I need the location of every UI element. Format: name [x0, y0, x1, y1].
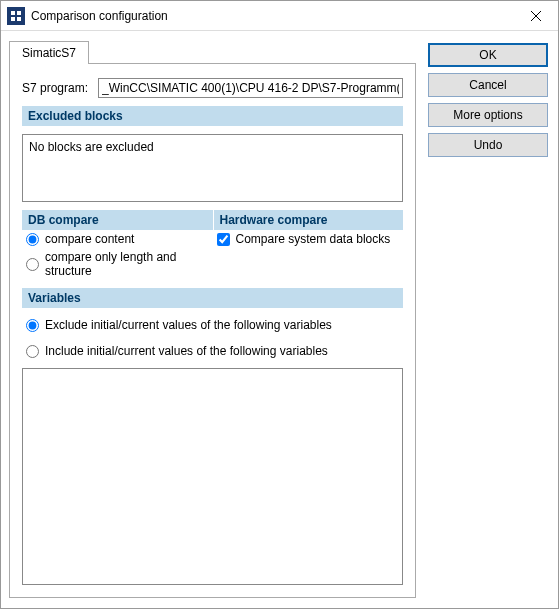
tabstrip: SimaticS7 [9, 41, 416, 63]
section-excluded-blocks: Excluded blocks [22, 106, 403, 126]
left-pane: SimaticS7 S7 program: Excluded blocks No… [9, 41, 416, 598]
cancel-button[interactable]: Cancel [428, 73, 548, 97]
svg-rect-0 [11, 11, 15, 15]
db-compare-col: DB compare compare content compare only … [22, 210, 213, 280]
radio-vars-include[interactable]: Include initial/current values of the fo… [22, 342, 403, 360]
checkbox-sysdata[interactable]: Compare system data blocks [213, 230, 404, 248]
section-db-compare: DB compare [22, 210, 213, 230]
window-title: Comparison configuration [31, 9, 513, 23]
undo-button[interactable]: Undo [428, 133, 548, 157]
close-button[interactable] [513, 1, 558, 30]
s7-program-input[interactable] [98, 78, 403, 98]
svg-rect-1 [17, 11, 21, 15]
section-variables: Variables [22, 288, 403, 308]
radio-vars-exclude-label: Exclude initial/current values of the fo… [45, 318, 332, 332]
excluded-blocks-text: No blocks are excluded [29, 140, 154, 154]
radio-compare-content-label: compare content [45, 232, 134, 246]
radio-vars-exclude-input[interactable] [26, 319, 39, 332]
s7-program-row: S7 program: [22, 78, 403, 98]
client-area: SimaticS7 S7 program: Excluded blocks No… [1, 31, 558, 608]
more-options-button[interactable]: More options [428, 103, 548, 127]
radio-vars-include-input[interactable] [26, 345, 39, 358]
hw-compare-col: Hardware compare Compare system data blo… [213, 210, 404, 280]
checkbox-sysdata-label: Compare system data blocks [236, 232, 391, 246]
dialog-window: Comparison configuration SimaticS7 S7 pr… [0, 0, 559, 609]
radio-compare-length-label: compare only length and structure [45, 250, 209, 278]
excluded-blocks-list[interactable]: No blocks are excluded [22, 134, 403, 202]
radio-compare-length[interactable]: compare only length and structure [22, 248, 213, 280]
checkbox-sysdata-input[interactable] [217, 233, 230, 246]
button-column: OK Cancel More options Undo [428, 41, 548, 598]
svg-rect-3 [17, 17, 21, 21]
radio-compare-length-input[interactable] [26, 258, 39, 271]
ok-button[interactable]: OK [428, 43, 548, 67]
close-icon [531, 11, 541, 21]
radio-vars-exclude[interactable]: Exclude initial/current values of the fo… [22, 316, 403, 334]
radio-compare-content[interactable]: compare content [22, 230, 213, 248]
svg-rect-2 [11, 17, 15, 21]
compare-columns: DB compare compare content compare only … [22, 210, 403, 280]
radio-vars-include-label: Include initial/current values of the fo… [45, 344, 328, 358]
app-icon [7, 7, 25, 25]
tab-simatics7[interactable]: SimaticS7 [9, 41, 89, 64]
titlebar: Comparison configuration [1, 1, 558, 31]
radio-compare-content-input[interactable] [26, 233, 39, 246]
tab-panel: S7 program: Excluded blocks No blocks ar… [9, 63, 416, 598]
section-hw-compare: Hardware compare [213, 210, 404, 230]
variables-list[interactable] [22, 368, 403, 585]
s7-program-label: S7 program: [22, 81, 88, 95]
